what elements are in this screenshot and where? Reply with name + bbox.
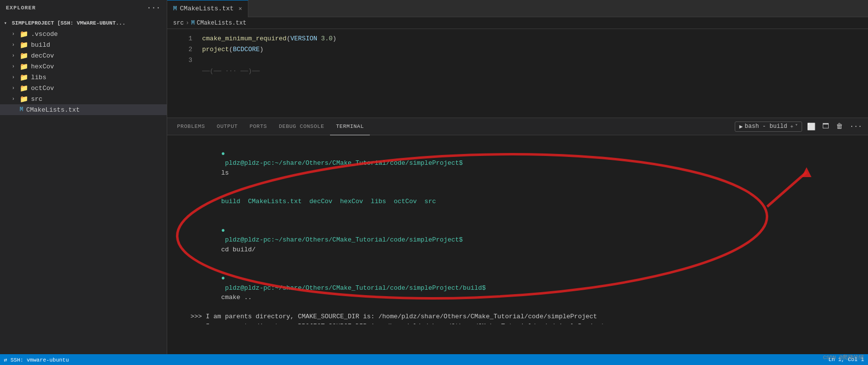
folder-icon: 📁 [20,41,28,49]
delete-terminal-icon[interactable]: 🗑 [834,122,845,131]
prompt-text: pldz@pldz-pc:~/share/Others/CMake_Tutori… [221,159,467,167]
prompt-dot-green2: ● [221,227,225,234]
tab-ports-label: PORTS [249,123,267,129]
octCov-chevron: › [12,86,20,91]
code-token: ) [332,35,336,42]
breadcrumb-m-icon: M [191,20,195,27]
split-terminal-icon[interactable]: ⬜ [805,122,817,132]
folder-icon: 📁 [20,73,28,82]
tab-terminal-label: TERMINAL [336,123,364,129]
project-chevron: ▾ [4,20,12,26]
cmake-tab-icon: M [173,5,177,12]
hexCov-label: hexCov [31,63,167,70]
tab-problems-label: PROBLEMS [177,123,205,129]
folder-icon: 📁 [20,30,28,38]
sidebar-item-libs[interactable]: › 📁 libs [0,72,167,83]
terminal-line: ● pldz@pldz-pc:~/share/Others/CMake_Tuto… [175,216,860,264]
terminal-line: build CMakeLists.txt decCov hexCov libs … [175,187,860,216]
cmd-cmake: cmake .. [221,294,252,301]
vscode-chevron: › [12,31,20,37]
libs-chevron: › [12,75,20,80]
terminal-add-icon: ＋ [789,123,794,130]
more-actions-icon[interactable]: ··· [848,122,864,131]
terminal-chevron-icon: ˅ [795,123,798,129]
terminal-label-btn[interactable]: ▶ bash - build ＋ ˅ [735,122,802,132]
code-content-2: project(BCDCORE) [202,46,264,53]
watermark: CSDN @爬梯的猪 [823,354,864,361]
panel-tab-bar: PROBLEMS OUTPUT PORTS DEBUG CONSOLE TERM… [167,118,868,135]
code-line-fade: ──(── ··· ──)── [167,65,868,76]
code-token: BCDCORE [233,46,260,53]
terminal-panel: PROBLEMS OUTPUT PORTS DEBUG CONSOLE TERM… [167,118,868,324]
code-line-3: 3 [167,55,868,65]
explorer-more-icon[interactable]: ··· [147,4,161,12]
tab-ports[interactable]: PORTS [243,118,273,135]
terminal-line: ● pldz@pldz-pc:~/share/Others/CMake_Tuto… [175,264,860,312]
editor-area: M CMakeLists.txt ✕ src › M CMakeLists.tx… [167,0,868,354]
code-token: project [202,46,229,53]
terminal-line: >>> I am parents directory, CMAKE_SOURCE… [175,312,860,322]
folder-icon: 📁 [20,62,28,71]
sidebar-item-vscode[interactable]: › 📁 .vscode [0,29,167,39]
editor-tab-bar: M CMakeLists.txt ✕ [167,0,868,17]
breadcrumb: src › M CMakeLists.txt [167,17,868,29]
sidebar-item-build[interactable]: › 📁 build [0,39,167,50]
terminal-line: ● pldz@pldz-pc:~/share/Others/CMake_Tuto… [175,139,860,187]
sidebar-item-cmake[interactable]: › M CMakeLists.txt [0,104,167,115]
tab-terminal[interactable]: TERMINAL [330,118,370,135]
line-num-2: 2 [175,46,192,53]
cmake-out1: >>> I am parents directory, CMAKE_SOURCE… [175,313,597,320]
project-root[interactable]: ▾ SIMPLEPROJECT [SSH: VMWARE-UBUNT... [0,18,167,29]
cmake-label: CMakeLists.txt [26,106,167,114]
build-label: build [31,41,167,49]
code-token: VERSION [290,35,317,42]
cmd-text: ls [221,169,229,177]
explorer-header: EXPLORER ··· [0,0,167,16]
code-token: 3.0 [317,35,332,42]
tab-debug-console[interactable]: DEBUG CONSOLE [273,118,330,135]
prompt-text2: pldz@pldz-pc:~/share/Others/CMake_Tutori… [221,236,467,243]
sidebar-item-src[interactable]: › 📁 src [0,93,167,104]
maximize-panel-icon[interactable]: 🗖 [820,122,831,131]
file-tree: ▾ SIMPLEPROJECT [SSH: VMWARE-UBUNT... › … [0,16,167,354]
vscode-label: .vscode [31,30,167,38]
project-label: SIMPLEPROJECT [SSH: VMWARE-UBUNT... [12,20,167,26]
breadcrumb-src[interactable]: src [173,20,184,27]
terminal-label-text: bash - build [745,123,787,130]
tab-output-label: OUTPUT [217,123,238,129]
tab-output[interactable]: OUTPUT [211,118,244,135]
sidebar-item-hexCov[interactable]: › 📁 hexCov [0,61,167,72]
explorer-title: EXPLORER [6,5,36,11]
hexCov-chevron: › [12,64,20,69]
sidebar-item-octCov[interactable]: › 📁 octCov [0,83,167,93]
folder-icon: 📁 [20,95,28,103]
code-line-1: 1 cmake_minimum_required(VERSION 3.0) [167,33,868,44]
breadcrumb-cmake[interactable]: CMakeLists.txt [197,20,246,27]
status-bar: ⇄ SSH: vmware-ubuntu Ln 1, Col 1 [0,354,868,365]
status-ssh: ⇄ SSH: vmware-ubuntu [4,357,69,363]
line-num-3: 3 [175,57,192,64]
decCov-chevron: › [12,53,20,59]
ls-output: build CMakeLists.txt decCov hexCov libs … [221,198,436,205]
terminal-content[interactable]: ● pldz@pldz-pc:~/share/Others/CMake_Tuto… [167,135,868,324]
cmd-cd: cd build/ [221,246,256,253]
cmake-tab-label: CMakeLists.txt [180,5,234,12]
sidebar-item-decCov[interactable]: › 📁 decCov [0,50,167,61]
src-label: src [31,95,167,103]
terminal-line: >>> I am parents directory, PROJECT_SOUR… [175,322,860,325]
src-chevron: › [12,96,20,102]
code-token: cmake_minimum_required [202,35,287,42]
terminal-run-icon: ▶ [739,123,743,130]
sidebar: EXPLORER ··· ▾ SIMPLEPROJECT [SSH: VMWAR… [0,0,167,354]
breadcrumb-sep1: › [186,20,189,27]
octCov-label: octCov [31,85,167,92]
cmake-tab-close[interactable]: ✕ [239,5,242,12]
code-content-fade: ──(── ··· ──)── [202,67,260,75]
cmake-icon: M [20,106,23,113]
cmake-tab[interactable]: M CMakeLists.txt ✕ [167,0,248,17]
tab-problems[interactable]: PROBLEMS [171,118,211,135]
code-editor: 1 cmake_minimum_required(VERSION 3.0) 2 … [167,29,868,118]
folder-icon: 📁 [20,84,28,92]
prompt-dot-green: ● [221,150,225,157]
folder-icon: 📁 [20,52,28,60]
